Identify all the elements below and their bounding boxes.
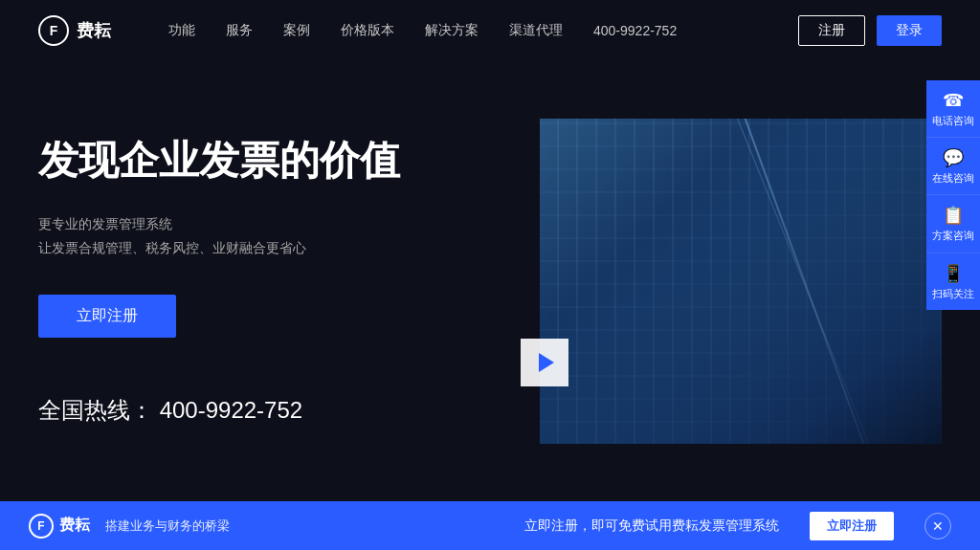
footer-logo: F 费耘 (29, 514, 90, 539)
nav-item-solutions[interactable]: 解决方案 (425, 22, 479, 39)
footer-register-button[interactable]: 立即注册 (810, 512, 894, 540)
header-buttons: 注册 登录 (798, 15, 942, 46)
play-triangle-icon (539, 353, 554, 372)
left-content: 发现企业发票的价值 更专业的发票管理系统 让发票合规管理、税务风控、业财融合更省… (38, 137, 540, 426)
hero-subtitle-line1: 更专业的发票管理系统 (38, 212, 501, 236)
footer-logo-name: 费耘 (59, 516, 90, 536)
perspective-lines (540, 119, 942, 444)
login-button[interactable]: 登录 (877, 15, 942, 46)
hero-subtitle-line2: 让发票合规管理、税务风控、业财融合更省心 (38, 236, 501, 260)
footer-bar: F 费耘 搭建业务与财务的桥梁 立即注册，即可免费试用费耘发票管理系统 立即注册… (0, 501, 980, 550)
hotline-label: 全国热线： (38, 397, 153, 423)
sidebar-label-solution: 方案咨询 (932, 230, 974, 242)
hotline-number: 400-9922-752 (160, 397, 302, 423)
hero-image-container (540, 119, 942, 444)
sidebar-item-chat[interactable]: 💬 在线咨询 (926, 138, 980, 195)
nav-item-features[interactable]: 功能 (168, 22, 195, 39)
solution-icon: 📋 (943, 205, 964, 226)
nav-item-channel[interactable]: 渠道代理 (509, 22, 563, 39)
footer-cta-text: 立即注册，即可免费试用费耘发票管理系统 (524, 517, 779, 535)
sidebar-item-phone[interactable]: ☎ 电话咨询 (926, 80, 980, 138)
footer-logo-icon: F (29, 514, 54, 539)
hero-image (540, 119, 942, 444)
hotline: 全国热线： 400-9922-752 (38, 395, 501, 426)
close-icon: ✕ (932, 518, 944, 534)
footer-close-button[interactable]: ✕ (924, 513, 951, 539)
main-content: 发现企业发票的价值 更专业的发票管理系统 让发票合规管理、税务风控、业财融合更省… (0, 61, 980, 501)
nav: 功能 服务 案例 价格版本 解决方案 渠道代理 400-9922-752 (168, 22, 779, 39)
chat-icon: 💬 (943, 147, 964, 168)
nav-phone: 400-9922-752 (593, 23, 677, 38)
sidebar-item-solution[interactable]: 📋 方案咨询 (926, 195, 980, 253)
nav-item-services[interactable]: 服务 (226, 22, 253, 39)
logo-icon: F (38, 15, 69, 46)
header: F 费耘 功能 服务 案例 价格版本 解决方案 渠道代理 400-9922-75… (0, 0, 980, 61)
logo-name: 费耘 (77, 19, 111, 42)
nav-item-cases[interactable]: 案例 (283, 22, 310, 39)
sidebar-item-qr[interactable]: 📱 扫码关注 (926, 253, 980, 310)
register-button[interactable]: 注册 (798, 15, 865, 46)
right-sidebar: ☎ 电话咨询 💬 在线咨询 📋 方案咨询 📱 扫码关注 (926, 80, 980, 310)
sidebar-label-qr: 扫码关注 (932, 288, 974, 300)
qr-icon: 📱 (943, 263, 964, 284)
footer-tagline: 搭建业务与财务的桥梁 (105, 517, 230, 535)
sidebar-label-phone: 电话咨询 (932, 115, 974, 127)
nav-item-pricing[interactable]: 价格版本 (341, 22, 394, 39)
hero-subtitle: 更专业的发票管理系统 让发票合规管理、税务风控、业财融合更省心 (38, 212, 501, 260)
logo[interactable]: F 费耘 (38, 15, 111, 46)
sidebar-label-chat: 在线咨询 (932, 172, 974, 185)
cta-button[interactable]: 立即注册 (38, 295, 176, 338)
hero-title: 发现企业发票的价值 (38, 137, 501, 185)
phone-icon: ☎ (943, 90, 964, 111)
play-button[interactable] (521, 339, 568, 386)
